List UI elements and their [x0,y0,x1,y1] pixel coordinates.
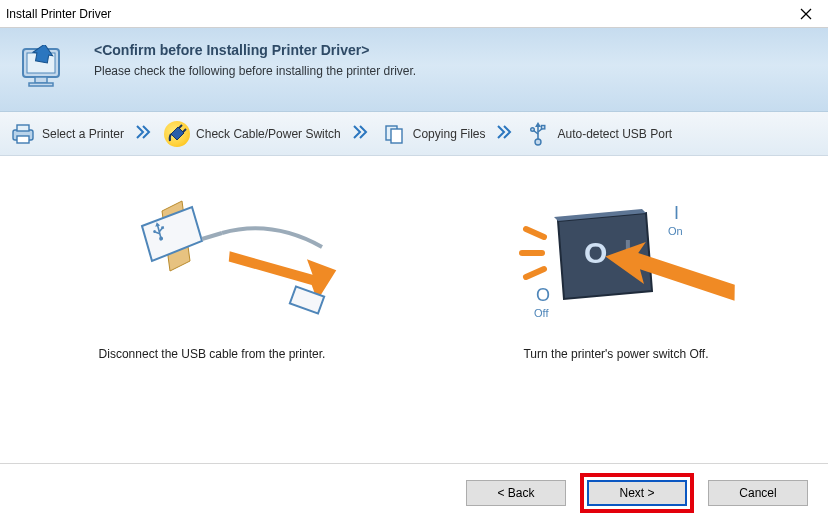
svg-marker-15 [535,122,541,127]
files-icon [381,121,407,147]
header-subtitle: Please check the following before instal… [94,64,416,78]
steps-bar: Select a Printer Check Cable/Power Switc… [0,112,828,156]
window-title: Install Printer Driver [6,7,111,21]
power-switch-illustration: O I O Off I On [486,191,746,341]
svg-rect-19 [542,125,545,128]
step-select-printer: Select a Printer [10,121,124,147]
printer-icon [10,121,36,147]
svg-rect-4 [35,77,47,83]
o-glyph: O [536,285,550,305]
step-label: Auto-detect USB Port [557,127,672,141]
svg-line-27 [202,233,222,239]
svg-point-13 [535,139,541,145]
next-button-highlight: Next > [580,473,694,513]
svg-text:O: O [584,236,607,269]
svg-point-17 [531,127,535,131]
step-check-cable: Check Cable/Power Switch [164,121,341,147]
svg-text:On: On [668,225,683,237]
svg-text:Off: Off [534,307,549,319]
close-button[interactable] [783,0,828,28]
titlebar: Install Printer Driver [0,0,828,28]
panel-power-off: O I O Off I On Turn the printer's power … [434,191,798,361]
panel-disconnect-cable: Disconnect the USB cable from the printe… [30,191,394,361]
step-auto-detect-usb: Auto-detect USB Port [525,121,672,147]
cancel-button[interactable]: Cancel [708,480,808,506]
svg-line-10 [183,129,186,132]
content-area: Disconnect the USB cable from the printe… [0,156,828,381]
disconnect-cable-illustration [82,191,342,341]
footer: < Back Next > Cancel [0,463,828,521]
svg-rect-8 [17,136,29,143]
usb-icon [525,121,551,147]
svg-line-9 [179,125,182,128]
chevron-icon [353,125,369,142]
step-label: Select a Printer [42,127,124,141]
panel-caption: Disconnect the USB cable from the printe… [99,347,326,361]
chevron-icon [497,125,513,142]
next-button[interactable]: Next > [587,480,687,506]
close-icon [800,8,812,20]
plug-icon [164,121,190,147]
step-copying-files: Copying Files [381,121,486,147]
step-label: Check Cable/Power Switch [196,127,341,141]
install-icon [16,42,76,97]
panel-caption: Turn the printer's power switch Off. [523,347,708,361]
svg-line-31 [526,269,544,277]
svg-rect-12 [391,129,402,143]
svg-rect-7 [17,125,29,131]
svg-line-29 [526,229,544,237]
back-button[interactable]: < Back [466,480,566,506]
header-band: <Confirm before Installing Printer Drive… [0,28,828,112]
svg-text:I: I [674,203,679,223]
svg-rect-5 [29,83,53,86]
step-label: Copying Files [413,127,486,141]
chevron-icon [136,125,152,142]
header-title: <Confirm before Installing Printer Drive… [94,42,416,58]
